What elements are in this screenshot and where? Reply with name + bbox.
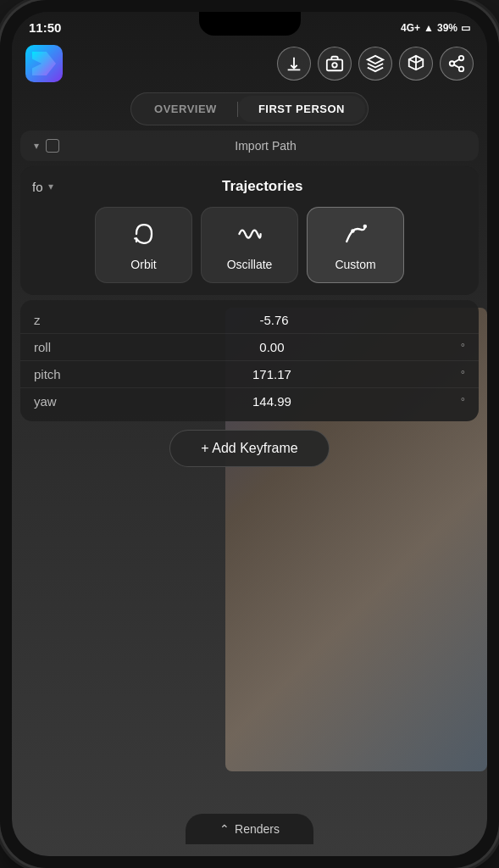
orbit-label: Orbit bbox=[130, 258, 156, 271]
z-value[interactable]: -5.76 bbox=[85, 313, 463, 327]
import-label: Import Path bbox=[66, 139, 465, 153]
share-icon bbox=[447, 54, 466, 73]
cube-button[interactable] bbox=[399, 47, 433, 81]
traj-options: Orbit Oscillate bbox=[32, 207, 467, 283]
svg-point-4 bbox=[459, 67, 464, 72]
add-keyframe-label: + Add Keyframe bbox=[201, 441, 297, 456]
renders-bar: ⌃ Renders bbox=[12, 814, 487, 844]
yaw-value[interactable]: 144.99 bbox=[85, 394, 459, 409]
signal-icon: ▲ bbox=[424, 22, 434, 34]
battery-level: 39% bbox=[437, 22, 457, 34]
custom-icon bbox=[341, 219, 371, 249]
z-row: z -5.76 bbox=[20, 307, 479, 334]
phone-screen: 11:50 4G+ ▲ 39% ▭ bbox=[12, 12, 487, 856]
chevron-down-icon: ▾ bbox=[34, 140, 39, 152]
svg-point-7 bbox=[363, 225, 367, 229]
roll-row: roll 0.00 ° bbox=[20, 334, 479, 361]
main-panel: ▾ Import Path fo ▾ Trajectories bbox=[20, 131, 479, 467]
roll-unit: ° bbox=[461, 341, 465, 353]
cube-icon bbox=[407, 54, 425, 73]
yaw-row: yaw 144.99 ° bbox=[20, 388, 479, 415]
layers-button[interactable] bbox=[358, 47, 392, 81]
svg-point-1 bbox=[332, 63, 337, 68]
add-keyframe-button[interactable]: + Add Keyframe bbox=[169, 430, 329, 467]
tab-overview[interactable]: OVERVIEW bbox=[134, 96, 237, 122]
svg-rect-0 bbox=[327, 59, 342, 70]
download-button[interactable] bbox=[277, 47, 311, 81]
z-label: z bbox=[34, 313, 85, 327]
view-toggle-inner: OVERVIEW FIRST PERSON bbox=[130, 92, 369, 125]
roll-value[interactable]: 0.00 bbox=[85, 340, 459, 354]
data-panel: z -5.76 roll 0.00 ° pitch 171.17 ° yaw 1… bbox=[20, 300, 479, 421]
top-toolbar bbox=[12, 38, 487, 89]
app-logo[interactable] bbox=[25, 45, 63, 82]
camera-icon bbox=[325, 54, 344, 73]
traj-prefix: fo bbox=[32, 180, 43, 194]
orbit-icon bbox=[129, 219, 159, 249]
toolbar-icons bbox=[71, 47, 474, 81]
download-icon bbox=[285, 54, 303, 73]
import-row[interactable]: ▾ Import Path bbox=[20, 131, 479, 161]
trajectories-header: fo ▾ Trajectories bbox=[32, 178, 467, 195]
logo-shape bbox=[32, 52, 56, 75]
status-right: 4G+ ▲ 39% ▭ bbox=[401, 22, 470, 34]
status-time: 11:50 bbox=[29, 20, 61, 35]
oscillate-icon bbox=[235, 219, 265, 249]
pitch-value[interactable]: 171.17 bbox=[85, 367, 459, 381]
pitch-unit: ° bbox=[461, 368, 465, 381]
custom-label: Custom bbox=[335, 258, 375, 271]
traj-custom-button[interactable]: Custom bbox=[307, 207, 404, 283]
trajectories-popup: fo ▾ Trajectories Orbit bbox=[20, 166, 479, 295]
phone-frame: 11:50 4G+ ▲ 39% ▭ bbox=[0, 0, 499, 868]
oscillate-label: Oscillate bbox=[227, 258, 273, 271]
roll-label: roll bbox=[34, 340, 85, 354]
network-type: 4G+ bbox=[401, 22, 420, 34]
svg-point-3 bbox=[450, 61, 455, 66]
traj-title: Trajectories bbox=[58, 178, 467, 195]
renders-button[interactable]: ⌃ Renders bbox=[186, 814, 313, 844]
svg-line-6 bbox=[454, 59, 459, 63]
camera-button[interactable] bbox=[318, 47, 352, 81]
yaw-label: yaw bbox=[34, 394, 85, 409]
battery-icon: ▭ bbox=[461, 22, 470, 34]
svg-point-8 bbox=[351, 229, 355, 233]
add-keyframe-wrap: + Add Keyframe bbox=[20, 430, 479, 467]
view-toggle: OVERVIEW FIRST PERSON bbox=[12, 92, 487, 125]
tab-first-person[interactable]: FIRST PERSON bbox=[238, 96, 365, 122]
yaw-unit: ° bbox=[461, 395, 465, 408]
pitch-row: pitch 171.17 ° bbox=[20, 361, 479, 388]
svg-line-5 bbox=[454, 64, 459, 68]
layers-icon bbox=[366, 54, 385, 73]
traj-orbit-button[interactable]: Orbit bbox=[95, 207, 192, 283]
pitch-label: pitch bbox=[34, 367, 85, 381]
import-box-icon bbox=[46, 139, 59, 153]
traj-oscillate-button[interactable]: Oscillate bbox=[201, 207, 298, 283]
share-button[interactable] bbox=[440, 47, 474, 81]
notch bbox=[199, 12, 301, 36]
renders-label: Renders bbox=[235, 822, 280, 836]
traj-chevron-icon: ▾ bbox=[48, 181, 53, 192]
svg-point-2 bbox=[459, 56, 464, 61]
renders-chevron-icon: ⌃ bbox=[219, 822, 230, 836]
